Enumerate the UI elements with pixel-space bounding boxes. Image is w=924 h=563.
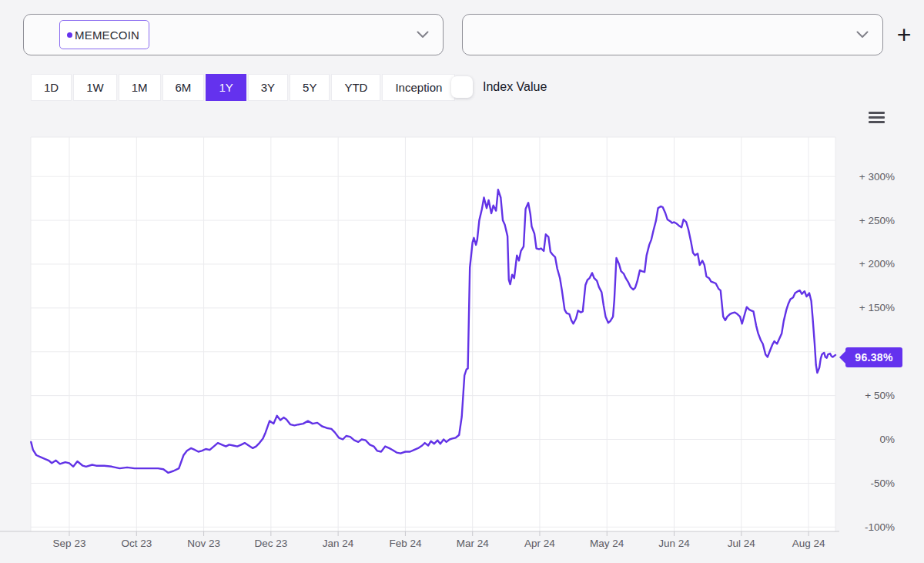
x-tick-label: Nov 23 <box>187 538 220 549</box>
performance-line-chart: + 300%+ 250%+ 200%+ 150%+ 100%+ 50%0%-50… <box>0 0 924 563</box>
x-tick-label: Aug 24 <box>792 538 825 549</box>
x-tick-label: Oct 23 <box>121 538 152 549</box>
x-tick-label: Apr 24 <box>524 538 555 549</box>
y-tick-label: + 250% <box>859 215 895 226</box>
x-tick-label: Mar 24 <box>457 538 490 549</box>
x-tick-label: Dec 23 <box>254 538 287 549</box>
x-tick-label: Sep 23 <box>53 538 86 549</box>
last-value-text: 96.38% <box>855 351 892 364</box>
x-tick-label: Jun 24 <box>658 538 690 549</box>
x-tick-label: May 24 <box>590 538 624 549</box>
y-tick-label: + 150% <box>859 302 895 313</box>
y-tick-label: + 50% <box>865 390 895 401</box>
last-value-badge: 96.38% <box>845 347 902 367</box>
x-tick-label: Jan 24 <box>323 538 354 549</box>
memecoin-index-app: MEMECOIN + 1D1W1M6M1Y3Y5YYTDInception In… <box>0 0 924 563</box>
plot-area <box>31 137 835 531</box>
y-tick-label: -50% <box>870 478 895 489</box>
x-tick-label: Jul 24 <box>728 538 756 549</box>
y-tick-label: 0% <box>879 434 895 445</box>
y-tick-label: + 300% <box>859 171 895 183</box>
y-tick-label: -100% <box>865 521 895 533</box>
y-tick-label: + 200% <box>859 258 895 270</box>
x-tick-label: Feb 24 <box>389 538 422 549</box>
